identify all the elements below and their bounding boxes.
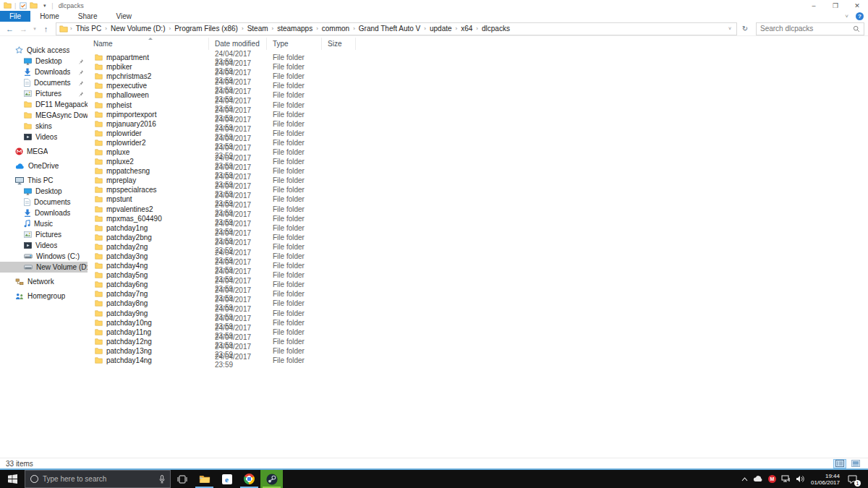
file-row[interactable]: mpstunt24/04/2017 23:59File folder — [88, 194, 868, 204]
sidebar-item-new-volume-d[interactable]: New Volume (D:) — [0, 262, 88, 273]
details-view-button[interactable] — [833, 459, 846, 468]
sidebar-item-skins[interactable]: skins — [0, 121, 88, 132]
file-row[interactable]: patchday5ng24/04/2017 23:59File folder — [88, 270, 868, 280]
properties-icon[interactable] — [19, 1, 27, 9]
sidebar-item-videos[interactable]: Videos — [0, 132, 88, 142]
sidebar-item-pictures[interactable]: Pictures — [0, 229, 88, 240]
minimize-button[interactable]: – — [803, 0, 825, 11]
tab-share[interactable]: Share — [69, 11, 107, 22]
file-row[interactable]: mpjanuary201624/04/2017 23:59File folder — [88, 119, 868, 129]
tab-view[interactable]: View — [107, 11, 142, 22]
breadcrumb-item-this-pc[interactable]: This PC — [74, 25, 104, 33]
tab-home[interactable]: Home — [30, 11, 69, 22]
taskbar-search-box[interactable]: Type here to search — [25, 470, 171, 488]
file-row[interactable]: patchday6ng24/04/2017 23:59File folder — [88, 280, 868, 289]
volume-icon[interactable] — [796, 475, 804, 483]
action-center-icon[interactable]: 1 — [846, 474, 858, 484]
file-row[interactable]: patchday11ng24/04/2017 23:59File folder — [88, 328, 868, 337]
breadcrumb-item-steamapps[interactable]: steamapps — [275, 25, 315, 33]
sidebar-item-quick-access[interactable]: Quick access — [0, 45, 88, 56]
onedrive-tray-icon[interactable] — [753, 476, 763, 482]
file-row[interactable]: mpapartment24/04/2017 23:59File folder — [88, 53, 868, 62]
file-row[interactable]: patchday2bng24/04/2017 23:59File folder — [88, 233, 868, 242]
tab-file[interactable]: File — [0, 11, 30, 22]
forward-button[interactable]: → — [17, 22, 30, 35]
file-row[interactable]: patchday9ng24/04/2017 23:59File folder — [88, 309, 868, 318]
refresh-icon[interactable]: ↻ — [739, 22, 752, 35]
network-icon[interactable] — [781, 475, 791, 483]
sidebar-item-music[interactable]: Music — [0, 218, 88, 229]
task-view-button[interactable] — [171, 470, 193, 488]
file-row[interactable]: patchday8ng24/04/2017 23:59File folder — [88, 299, 868, 308]
sidebar-item-megasync-downloads[interactable]: MEGAsync Downloads — [0, 110, 88, 121]
customize-quick-access-chevron[interactable]: ▾ — [41, 1, 48, 9]
new-folder-icon[interactable] — [30, 1, 38, 9]
expand-ribbon-chevron[interactable]: ˅ — [845, 13, 848, 20]
file-row[interactable]: mpreplay24/04/2017 23:59File folder — [88, 176, 868, 185]
mega-tray-icon[interactable]: M — [768, 475, 776, 483]
sidebar-item-df11-megapack[interactable]: DF11 Megapack — [0, 99, 88, 110]
breadcrumb-item-update[interactable]: update — [427, 25, 454, 33]
file-row[interactable]: patchday14ng24/04/2017 23:59File folder — [88, 356, 868, 365]
file-row[interactable]: patchday7ng24/04/2017 23:59File folder — [88, 289, 868, 299]
file-row[interactable]: mppatchesng24/04/2017 23:59File folder — [88, 166, 868, 176]
file-row[interactable]: mplowrider224/04/2017 23:59File folder — [88, 138, 868, 147]
sidebar-item-desktop[interactable]: Desktop — [0, 56, 88, 67]
taskbar-app-edge[interactable]: e — [216, 470, 238, 488]
column-header-size[interactable]: Size — [322, 38, 356, 50]
file-row[interactable]: mpbiker24/04/2017 23:59File folder — [88, 62, 868, 72]
file-row[interactable]: mpluxe224/04/2017 23:59File folder — [88, 157, 868, 166]
recent-locations-chevron[interactable]: ▾ — [31, 22, 38, 35]
file-row[interactable]: patchday13ng24/04/2017 23:59File folder — [88, 346, 868, 356]
sidebar-item-videos[interactable]: Videos — [0, 240, 88, 251]
taskbar-app-file-explorer[interactable] — [193, 470, 216, 488]
taskbar-app-chrome[interactable] — [238, 470, 260, 488]
sidebar-item-network[interactable]: Network — [0, 276, 88, 287]
close-button[interactable]: ✕ — [846, 0, 868, 11]
file-row[interactable]: patchday4ng24/04/2017 23:59File folder — [88, 261, 868, 270]
sidebar-item-mega[interactable]: MEGA — [0, 146, 88, 157]
sidebar-item-this-pc[interactable]: This PC — [0, 175, 88, 186]
file-row[interactable]: patchday3ng24/04/2017 23:59File folder — [88, 252, 868, 261]
file-row[interactable]: patchday2ng24/04/2017 23:59File folder — [88, 242, 868, 252]
sidebar-item-documents[interactable]: Documents — [0, 77, 88, 88]
file-row[interactable]: patchday12ng24/04/2017 23:59File folder — [88, 337, 868, 346]
file-row[interactable]: mpspecialraces24/04/2017 23:59File folde… — [88, 185, 868, 194]
file-row[interactable]: mplowrider24/04/2017 23:59File folder — [88, 129, 868, 138]
file-row[interactable]: mpexecutive24/04/2017 23:59File folder — [88, 81, 868, 90]
sidebar-item-pictures[interactable]: Pictures — [0, 88, 88, 99]
breadcrumb-item-x64[interactable]: x64 — [459, 25, 475, 33]
start-button[interactable] — [0, 470, 25, 488]
file-row[interactable]: mphalloween24/04/2017 23:59File folder — [88, 90, 868, 100]
address-dropdown-chevron[interactable]: ˅ — [726, 26, 733, 31]
search-box[interactable]: Search dlcpacks — [756, 22, 864, 35]
large-icons-view-button[interactable] — [849, 459, 862, 468]
clock[interactable]: 19:44 01/06/2017 — [809, 473, 841, 486]
column-header-type[interactable]: Type — [267, 38, 322, 50]
file-row[interactable]: patchday10ng24/04/2017 23:59File folder — [88, 318, 868, 328]
sidebar-item-homegroup[interactable]: Homegroup — [0, 291, 88, 301]
file-row[interactable]: mpheist24/04/2017 23:59File folder — [88, 100, 868, 109]
restore-button[interactable]: ❐ — [825, 0, 846, 11]
breadcrumb-item-new-volume-d[interactable]: New Volume (D:) — [109, 25, 168, 33]
sidebar-item-downloads[interactable]: Downloads — [0, 67, 88, 77]
taskbar-app-steam[interactable] — [260, 470, 283, 488]
sidebar-item-downloads[interactable]: Downloads — [0, 207, 88, 218]
address-bar[interactable]: ›This PC›New Volume (D:)›Program Files (… — [56, 22, 737, 35]
file-row[interactable]: mpxmas_60449024/04/2017 23:59File folder — [88, 214, 868, 223]
column-header-date-modified[interactable]: Date modified — [209, 38, 267, 50]
sidebar-item-windows-c[interactable]: Windows (C:) — [0, 251, 88, 262]
help-icon[interactable]: ? — [856, 12, 864, 20]
sidebar-item-onedrive[interactable]: OneDrive — [0, 160, 88, 171]
file-row[interactable]: mpluxe24/04/2017 23:59File folder — [88, 147, 868, 157]
up-button[interactable]: ↑ — [40, 22, 52, 35]
file-row[interactable]: patchday1ng24/04/2017 23:59File folder — [88, 223, 868, 233]
breadcrumb-item-common[interactable]: common — [320, 25, 352, 33]
file-row[interactable]: mpchristmas224/04/2017 23:59File folder — [88, 72, 868, 81]
breadcrumb-item-dlcpacks[interactable]: dlcpacks — [480, 25, 512, 33]
file-row[interactable]: mpimportexport24/04/2017 23:59File folde… — [88, 110, 868, 119]
breadcrumb-item-program-files-x86[interactable]: Program Files (x86) — [172, 25, 240, 33]
breadcrumb-item-grand-theft-auto-v[interactable]: Grand Theft Auto V — [357, 25, 422, 33]
breadcrumb-item-steam[interactable]: Steam — [245, 25, 271, 33]
sidebar-item-documents[interactable]: Documents — [0, 197, 88, 207]
